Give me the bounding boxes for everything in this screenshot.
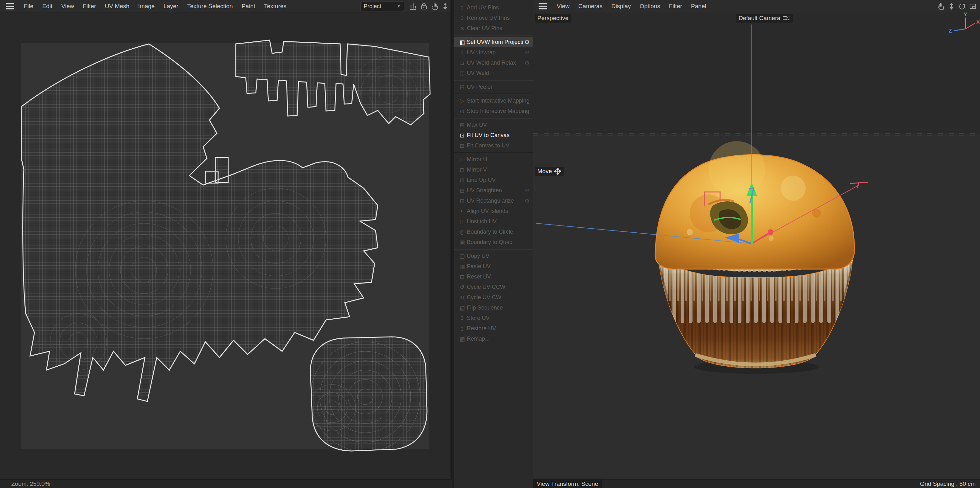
cmd-remap[interactable]: ▨Remap... xyxy=(454,334,533,344)
3d-scene[interactable]: Y X Z xyxy=(533,13,980,479)
cmd-uv-straighten[interactable]: ⊟UV Straighten⚙ xyxy=(454,185,533,196)
cmd-add-uv-pins[interactable]: ⟟Add UV Pins xyxy=(454,3,533,13)
zoom-readout: Zoom: 259.0% xyxy=(11,480,50,487)
uv-island-rim[interactable] xyxy=(236,40,430,132)
cmd-clear-uv-pins[interactable]: ✕Clear UV Pins xyxy=(454,23,533,33)
cmd-mirror-v[interactable]: ⊟Mirror V xyxy=(454,165,533,175)
uv-editor-panel: File Edit View Filter UV Mesh Image Laye… xyxy=(0,0,450,488)
projection-mode-label[interactable]: Perspective xyxy=(535,14,571,22)
straighten-icon: ⊟ xyxy=(457,187,467,194)
cmd-cycle-uv-ccw[interactable]: ↺Cycle UV CCW xyxy=(454,282,533,292)
cycle-cw-icon: ↻ xyxy=(457,294,467,301)
uv-command-palette: ⟟Add UV Pins ⟟Remove UV Pins ✕Clear UV P… xyxy=(452,0,533,488)
divider xyxy=(454,94,533,94)
cmd-fit-canvas-to-uv[interactable]: ⊞Fit Canvas to UV xyxy=(454,140,533,151)
peeler-icon: ⊟ xyxy=(457,84,467,91)
max-uv-icon: ⊠ xyxy=(457,122,467,129)
copy-icon: ▢ xyxy=(457,253,467,260)
gear-icon[interactable]: ⚙ xyxy=(523,197,531,204)
weld-relax-icon: ⊐ xyxy=(457,60,467,67)
paste-icon: ▥ xyxy=(457,263,467,270)
pin-icon: ⟟ xyxy=(457,5,467,11)
vp-menu-display[interactable]: Display xyxy=(607,3,635,10)
cmd-flip-sequence[interactable]: ▧Flip Sequence xyxy=(454,303,533,313)
active-tool-label[interactable]: Move xyxy=(535,167,564,175)
cmd-uv-rectangularize[interactable]: ⊞UV Rectangularize⚙ xyxy=(454,196,533,206)
cmd-reset-uv[interactable]: ⊡Reset UV xyxy=(454,272,533,282)
axis-z-label: Z xyxy=(949,28,952,34)
flip-sequence-icon: ▧ xyxy=(457,305,467,311)
restore-icon: ↥ xyxy=(457,325,467,332)
vp-menu-cameras[interactable]: Cameras xyxy=(574,3,607,10)
line-up-icon: ⊡ xyxy=(457,177,467,184)
cmd-start-interactive-mapping[interactable]: ▷Start Interactive Mapping xyxy=(454,96,533,106)
align-islands-icon: ◐ xyxy=(457,208,467,215)
uv-island-bottom[interactable] xyxy=(309,337,427,451)
cmd-restore-uv[interactable]: ↥Restore UV xyxy=(454,323,533,334)
vp-menu-panel[interactable]: Panel xyxy=(687,3,711,10)
gear-icon[interactable]: ⚙ xyxy=(523,187,531,194)
cmd-uv-unwrap[interactable]: ⌇UV Unwrap⚙ xyxy=(454,47,533,58)
remap-icon: ▨ xyxy=(457,336,467,343)
bodypaint-uv-edit-window: File Edit View Filter UV Mesh Image Laye… xyxy=(0,0,980,488)
orbit-icon[interactable] xyxy=(957,2,967,11)
cmd-line-up-uv[interactable]: ⊡Line Up UV xyxy=(454,175,533,185)
uv-islands-layer[interactable] xyxy=(0,0,450,488)
cmd-boundary-to-circle[interactable]: ◎Boundary to Circle xyxy=(454,227,533,237)
viewport-status-bar: View Transform: Scene Grid Spacing : 50 … xyxy=(533,479,980,488)
camera-label[interactable]: Default Camera xyxy=(736,14,793,22)
divider xyxy=(454,80,533,81)
sky-band xyxy=(533,13,980,134)
store-icon: ↧ xyxy=(457,315,467,322)
divider xyxy=(454,118,533,118)
divider xyxy=(454,35,533,36)
cmd-align-uv-islands[interactable]: ◐Align UV Islands xyxy=(454,206,533,216)
divider xyxy=(454,152,533,153)
axis-y-label: Y xyxy=(964,13,967,18)
cmd-paste-uv[interactable]: ▥Paste UV xyxy=(454,261,533,272)
unstitch-icon: ◫ xyxy=(457,218,467,225)
zoom-scroll-icon[interactable] xyxy=(946,2,957,11)
perspective-viewport-panel: View Cameras Display Options Filter Pane… xyxy=(533,0,980,488)
view-transform-readout: View Transform: Scene xyxy=(533,478,602,488)
boundary-circle-icon: ◎ xyxy=(457,229,467,236)
cmd-unstitch-uv[interactable]: ◫Unstitch UV xyxy=(454,216,533,227)
x-handle-dot[interactable] xyxy=(768,229,773,235)
mirror-u-icon: ◫ xyxy=(457,156,467,163)
vp-menu-view[interactable]: View xyxy=(552,3,574,10)
rectangularize-icon: ⊞ xyxy=(457,198,467,204)
fit-uv-icon: ⊡ xyxy=(457,132,467,139)
unwrap-icon: ⌇ xyxy=(457,49,467,56)
cmd-copy-uv[interactable]: ▢Copy UV xyxy=(454,251,533,261)
projection-icon: ◧ xyxy=(457,39,467,46)
vp-menu-filter[interactable]: Filter xyxy=(665,3,687,10)
pan-hand-icon[interactable] xyxy=(935,2,946,11)
cmd-mirror-u[interactable]: ◫Mirror U xyxy=(454,154,533,165)
hamburger-icon[interactable] xyxy=(533,3,552,10)
cmd-cycle-uv-cw[interactable]: ↻Cycle UV CW xyxy=(454,292,533,303)
cmd-set-uvw-from-projection[interactable]: ◧Set UVW from Projection⚙ xyxy=(454,37,533,47)
cmd-remove-uv-pins[interactable]: ⟟Remove UV Pins xyxy=(454,13,533,23)
boundary-quad-icon: ▣ xyxy=(457,239,467,246)
cycle-ccw-icon: ↺ xyxy=(457,284,467,291)
cmd-max-uv[interactable]: ⊠Max UV xyxy=(454,120,533,130)
maximize-icon[interactable] xyxy=(967,2,978,11)
camera-icon xyxy=(783,16,790,21)
cmd-boundary-to-quad[interactable]: ▣Boundary to Quad xyxy=(454,237,533,247)
gear-icon[interactable]: ⚙ xyxy=(523,49,531,56)
mirror-v-icon: ⊟ xyxy=(457,166,467,174)
cmd-uv-weld-and-relax[interactable]: ⊐UV Weld and Relax⚙ xyxy=(454,58,533,68)
gear-icon[interactable]: ⚙ xyxy=(523,59,531,67)
gear-icon[interactable]: ⚙ xyxy=(523,38,531,46)
cmd-uv-weld[interactable]: ◫UV Weld xyxy=(454,68,533,78)
cmd-fit-uv-to-canvas[interactable]: ⊡Fit UV to Canvas xyxy=(454,130,533,140)
cmd-uv-peeler[interactable]: ⊟UV Peeler xyxy=(454,82,533,92)
axis-x-label: X xyxy=(976,19,980,25)
uv-island-fragments[interactable] xyxy=(206,158,228,183)
vp-menu-options[interactable]: Options xyxy=(635,3,664,10)
pin-remove-icon: ⟟ xyxy=(457,15,467,21)
fit-canvas-icon: ⊞ xyxy=(457,142,467,149)
cmd-store-uv[interactable]: ↧Store UV xyxy=(454,313,533,323)
cmd-stop-interactive-mapping[interactable]: ⊘Stop Interactive Mapping xyxy=(454,106,533,116)
weld-icon: ◫ xyxy=(457,70,467,77)
